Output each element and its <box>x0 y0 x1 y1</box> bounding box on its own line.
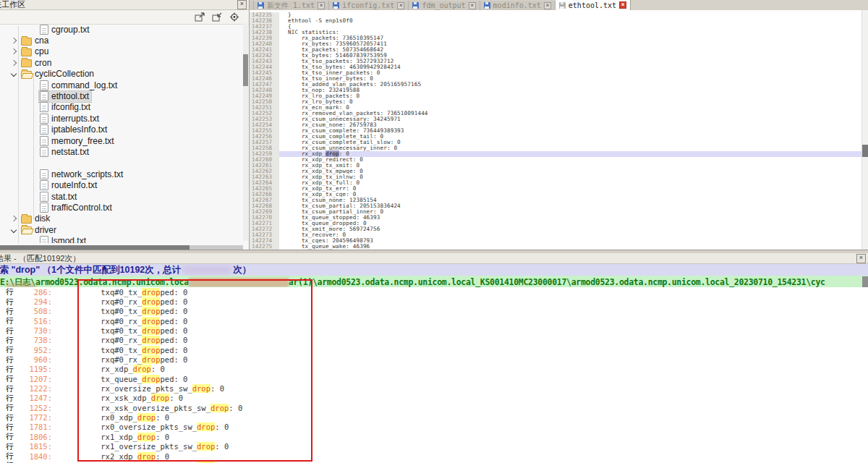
result-row[interactable]: 行1806: rx1_xdp_drop: 0 <box>0 432 868 441</box>
tree-item-body[interactable]: lsmod.txt <box>39 236 88 243</box>
tab-close-icon[interactable]: × <box>469 2 476 9</box>
editor-vertical-scrollbar[interactable] <box>861 10 868 250</box>
result-row[interactable]: 行1252: rx_xsk_oversize_pkts_sw_drop: 0 <box>0 403 868 412</box>
result-row[interactable]: 行516: rxq#0_rx_dropped: 0 <box>0 316 868 326</box>
tree-item-body[interactable]: trafficControl.txt <box>39 202 114 213</box>
tree-item-cyclicCollection[interactable]: cyclicCollection <box>6 69 240 80</box>
tab-close-icon[interactable]: × <box>397 2 404 9</box>
matched-word: drop <box>192 384 210 393</box>
editor-lines: 142235}142236ethtool -S enp1s0f0142237{1… <box>250 12 862 250</box>
chevron-right-icon[interactable] <box>11 60 17 66</box>
result-row[interactable]: 行1247: rx_xsk_xdp_drop: 0 <box>0 394 868 403</box>
result-row[interactable]: 行952: txq#0_tx_dropped: 0 <box>0 345 868 354</box>
tree-item-network_scripts.txt[interactable]: network_scripts.txt <box>6 169 240 179</box>
tree-item-body[interactable]: interrupts.txt <box>39 113 101 124</box>
workspace-vertical-scrollbar[interactable] <box>243 24 248 241</box>
tree-item-iptablesInfo.txt[interactable]: iptablesInfo.txt <box>6 124 240 135</box>
result-row[interactable]: 行286: txq#0_tx_dropped: 0 <box>0 287 868 297</box>
tree-item-label: command_log.txt <box>51 80 117 90</box>
tree-item-body[interactable]: command_log.txt <box>39 80 119 90</box>
tab-ifconfig.txt[interactable]: ifconfig.txt× <box>329 1 409 10</box>
result-row[interactable]: 行1781: rx0_oversize_pkts_sw_drop: 0 <box>0 422 868 432</box>
chevron-right-icon[interactable] <box>11 216 17 221</box>
tree-item-interrupts.txt[interactable]: interrupts.txt <box>6 113 240 124</box>
tree-item-trafficControl.txt[interactable]: trafficControl.txt <box>6 202 240 213</box>
tree-item-body[interactable]: cpu <box>20 46 51 57</box>
expand-all-icon[interactable] <box>195 12 205 22</box>
workspace-close-button[interactable]: × <box>237 0 247 9</box>
tab-ethtool.txt[interactable]: ethtool.txt× <box>556 0 631 10</box>
tree-item-cgroup.txt[interactable]: cgroup.txt <box>6 24 240 35</box>
file-icon <box>40 80 48 90</box>
path-prefix: E:\日志\armod0523.odata.ncmp.unicom.loca <box>0 277 189 288</box>
tab-close-icon[interactable]: × <box>318 2 325 9</box>
result-text: rx0_xdp_drop: 0 <box>82 413 169 422</box>
tree-item-body[interactable]: ifconfig.txt <box>39 102 93 113</box>
result-text: rxq#0_rx_dropped: 0 <box>82 317 187 326</box>
result-row[interactable]: 行1840: rx2_xdp_drop: 0 <box>0 451 868 461</box>
results-close-button[interactable]: × <box>856 254 866 263</box>
line-text: { <box>279 24 862 30</box>
tab-modinfo.txt[interactable]: modinfo.txt× <box>480 1 556 10</box>
tree-item-ifconfig.txt[interactable]: ifconfig.txt <box>6 102 240 113</box>
chevron-down-icon[interactable] <box>11 226 17 232</box>
tree-item-disk[interactable]: disk <box>6 213 240 224</box>
editor-area[interactable]: 142235}142236ethtool -S enp1s0f0142237{1… <box>250 10 868 250</box>
tab-close-icon[interactable]: × <box>544 2 551 9</box>
tree-item-body[interactable]: cgroup.txt <box>39 24 92 35</box>
tree-item-body[interactable]: iptablesInfo.txt <box>39 124 109 135</box>
tree-item-stat.txt[interactable]: stat.txt <box>6 191 240 202</box>
result-row[interactable]: 行738: rxq#0_rx_dropped: 0 <box>0 336 868 345</box>
result-row[interactable]: 行1815: rx1_oversize_pkts_sw_drop: 0 <box>0 442 868 451</box>
result-row[interactable]: 行1222: rx_oversize_pkts_sw_drop: 0 <box>0 383 868 393</box>
save-icon <box>559 2 566 9</box>
file-icon <box>40 102 48 112</box>
tree-item-routeInfo.txt[interactable]: routeInfo.txt <box>6 179 240 190</box>
chevron-right-icon[interactable] <box>11 48 17 54</box>
result-row[interactable]: 行960: rxq#0_rx_dropped: 0 <box>0 354 868 364</box>
tree-item-body[interactable]: disk <box>20 213 52 224</box>
tree-item-body[interactable]: ethtool.txt <box>39 91 91 102</box>
result-row[interactable]: 行730: txq#0_tx_dropped: 0 <box>0 326 868 335</box>
tree-item-body[interactable]: routeInfo.txt <box>39 180 99 191</box>
file-icon <box>40 136 48 146</box>
collapse-all-icon[interactable] <box>212 12 223 22</box>
locate-file-icon[interactable] <box>229 12 240 22</box>
tree-item-body[interactable]: cron <box>20 57 54 68</box>
line-text: rx_xdp_drop: 0 <box>279 151 862 157</box>
tab-close-icon[interactable]: × <box>619 1 626 9</box>
tab-fdm_output[interactable]: fdm_output× <box>409 1 480 10</box>
result-row[interactable]: 行508: txq#0_tx_dropped: 0 <box>0 307 868 316</box>
chevron-right-icon[interactable] <box>11 38 17 43</box>
tree-item-netstat.txt[interactable]: netstat.txt <box>6 146 240 157</box>
file-tree[interactable]: cgroup.txtcnacpucroncyclicCollectioncomm… <box>6 24 240 243</box>
folder-icon <box>21 216 32 224</box>
result-text: rx_xdp_drop: 0 <box>82 365 165 373</box>
tree-item-body[interactable]: cna <box>20 35 51 46</box>
line-text: rx_xdp_tx_xmit: 0 <box>279 163 862 169</box>
tree-item-body[interactable]: netstat.txt <box>39 146 91 157</box>
chevron-down-icon[interactable] <box>11 71 17 77</box>
line-text: rx_xdp_redirect: 0 <box>279 157 862 163</box>
tree-item-cna[interactable]: cna <box>6 35 240 46</box>
result-row[interactable]: 行1195: rx_xdp_drop: 0 <box>0 365 868 374</box>
result-row[interactable]: 行294: rxq#0_rx_dropped: 0 <box>0 297 868 306</box>
result-row[interactable]: 行1207: tx_queue_dropped: 0 <box>0 374 868 383</box>
tree-item-driver[interactable]: driver <box>6 224 240 235</box>
tree-item-memory_free.txt[interactable]: memory_free.txt <box>6 135 240 146</box>
tree-item-body[interactable]: network_scripts.txt <box>39 169 125 179</box>
tree-item-lsmod.txt[interactable]: lsmod.txt <box>6 235 240 243</box>
tree-item-cpu[interactable]: cpu <box>6 46 240 57</box>
tree-item-body[interactable]: memory_free.txt <box>39 135 116 146</box>
tree-item-cron[interactable]: cron <box>6 57 240 68</box>
tree-item-body[interactable]: driver <box>20 224 59 235</box>
tree-item-body[interactable]: cyclicCollection <box>20 69 96 80</box>
tree-item-label: driver <box>35 225 56 235</box>
tree-item-body[interactable]: stat.txt <box>39 191 79 202</box>
tab--1.txt[interactable]: 新文件 1.txt× <box>254 1 329 10</box>
result-row[interactable]: 行1772: rx0_xdp_drop: 0 <box>0 412 868 422</box>
tree-item-command_log.txt[interactable]: command_log.txt <box>6 80 240 90</box>
matched-word: drop <box>142 355 160 364</box>
workspace-toolbar <box>0 10 249 25</box>
tree-item-ethtool.txt[interactable]: ethtool.txt <box>6 90 240 101</box>
